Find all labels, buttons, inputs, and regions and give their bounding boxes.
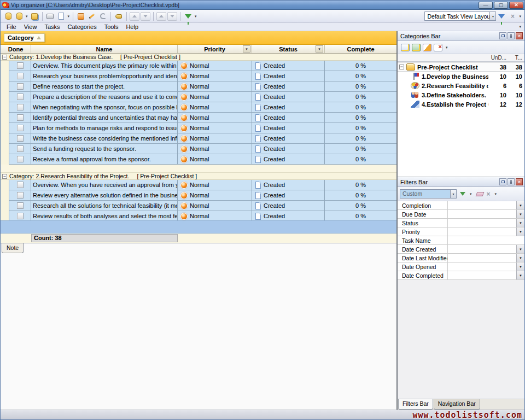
attach-button[interactable] [97,11,108,22]
column-header-complete[interactable]: Complete [325,45,396,53]
close-button[interactable]: ✕ [509,2,523,9]
panel-pin-button[interactable] [508,32,515,39]
panel-pin-button[interactable] [508,178,515,185]
status-cell[interactable]: Created [252,201,325,211]
task-name[interactable]: Prepare a description of the reasons and… [31,92,178,102]
column-header-name[interactable]: Name [31,45,178,53]
filter-dropdown-button[interactable]: ▼ [516,254,524,262]
status-cell[interactable]: Created [252,190,325,201]
clear-filter-icon[interactable] [475,192,484,196]
done-checkbox[interactable] [17,213,24,219]
priority-cell[interactable]: Normal [178,201,252,211]
task-name[interactable]: Overview. When you have received an appr… [31,180,178,190]
move-down-button[interactable] [141,12,150,21]
column-total[interactable]: T... [508,55,524,61]
task-row[interactable]: Plan for methods to manage risks and res… [1,123,396,133]
apply-filter-icon[interactable] [460,192,465,196]
task-name[interactable]: Review results of both analyses and sele… [31,211,178,220]
status-cell[interactable]: Created [252,154,325,165]
edit-task-button[interactable] [86,11,97,22]
priority-cell[interactable]: Normal [178,102,252,113]
panel-close-button[interactable]: × [516,32,523,39]
group-expander-icon[interactable] [2,174,7,179]
move-up-button[interactable] [130,12,139,21]
status-cell[interactable]: Created [252,71,325,81]
task-name[interactable]: Receive a formal approval from the spons… [31,154,178,165]
done-checkbox[interactable] [17,62,24,69]
note-tab[interactable]: Note [2,243,24,253]
maximize-button[interactable]: ▢ [494,2,508,9]
panel-restore-button[interactable] [499,178,506,185]
priority-cell[interactable]: Normal [178,154,252,165]
filter-button[interactable] [183,11,194,22]
priority-cell[interactable]: Normal [178,61,252,71]
menu-tasks[interactable]: Tasks [40,23,63,31]
column-header-priority[interactable]: Priority ▼ [178,45,252,53]
task-name[interactable]: Research all the solutions for technical… [31,201,178,211]
task-row[interactable]: Research your business problem/opportuni… [1,71,396,81]
done-checkbox[interactable] [17,182,24,188]
done-checkbox[interactable] [17,104,24,110]
task-name[interactable]: Define reasons to start the project. [31,81,178,92]
new-subcategory-button[interactable] [412,44,421,51]
new-database-button[interactable] [3,11,14,22]
category-tree-item[interactable]: Pre-Project Checklist 38 38 [398,62,524,72]
delete-filter-icon[interactable]: × [487,191,491,197]
done-checkbox[interactable] [17,202,24,209]
category-tree-item[interactable]: 3.Define Stakeholders. 10 10 [398,90,524,100]
filter-dropdown-button[interactable]: ▼ [516,219,524,227]
done-checkbox[interactable] [17,192,24,199]
status-cell[interactable]: Created [252,211,325,220]
task-row[interactable]: Prepare a description of the reasons and… [1,92,396,102]
task-name[interactable]: Review every alternative solution define… [31,190,178,201]
status-cell[interactable]: Created [252,113,325,123]
task-row[interactable]: Review results of both analyses and sele… [1,211,396,220]
filter-value-field[interactable] [448,271,516,279]
tree-expander-icon[interactable] [399,65,404,69]
menu-view[interactable]: View [20,23,41,31]
task-row[interactable]: Define reasons to start the project. Nor… [1,81,396,92]
status-cell[interactable]: Created [252,180,325,190]
layout-combobox[interactable]: Default Task View Layout ▾ [424,11,496,21]
task-row[interactable]: Identify potential threats and uncertain… [1,113,396,123]
menu-file[interactable]: File [3,23,20,31]
priority-cell[interactable]: Normal [178,71,252,81]
priority-cell[interactable]: Normal [178,211,252,220]
filter-dropdown-button[interactable]: ▼ [516,262,524,271]
category-tree-item[interactable]: 4.Establish the Project Charter. 12 12 [398,100,524,109]
priority-cell[interactable]: Normal [178,180,252,190]
move-top-button[interactable] [156,12,166,21]
done-checkbox[interactable] [17,145,24,152]
task-name[interactable]: Identify potential threats and uncertain… [31,113,178,123]
status-cell[interactable]: Created [252,81,325,92]
task-name[interactable]: Plan for methods to manage risks and res… [31,123,178,133]
edit-category-button[interactable] [423,44,431,51]
save-database-button[interactable] [29,11,40,22]
done-checkbox[interactable] [17,135,24,142]
column-undone[interactable]: UnD... [488,55,508,61]
task-name[interactable]: Overview. This document plays the primar… [31,61,178,71]
filter-value-field[interactable] [448,245,516,253]
panel-close-button[interactable]: × [516,178,523,185]
status-cell[interactable]: Created [252,92,325,102]
group-expander-icon[interactable] [2,55,7,60]
done-checkbox[interactable] [17,83,24,90]
apply-layout-button[interactable] [496,11,507,22]
task-name[interactable]: Send a funding request to the sponsor. [31,144,178,154]
priority-cell[interactable]: Normal [178,144,252,154]
priority-filter-button[interactable]: ▼ [243,45,250,52]
filter-dropdown-button[interactable]: ▼ [516,228,524,236]
column-header-status[interactable]: Status ▼ [252,45,325,53]
done-checkbox[interactable] [17,94,24,100]
tab-filters-bar[interactable]: Filters Bar [398,399,433,410]
task-row[interactable]: Overview. When you have received an appr… [1,180,396,190]
print-preview-button[interactable] [56,11,67,22]
done-checkbox[interactable] [17,73,24,79]
task-row[interactable]: Receive a formal approval from the spons… [1,154,396,165]
filter-dropdown-button[interactable]: ▼ [516,271,524,279]
move-bottom-button[interactable] [167,12,177,21]
task-name[interactable]: Research your business problem/opportuni… [31,71,178,81]
layout-combobox-spinner[interactable]: ▾ [489,12,495,20]
filter-value-field[interactable] [448,262,516,271]
task-row[interactable]: Write the business case considering the … [1,133,396,144]
